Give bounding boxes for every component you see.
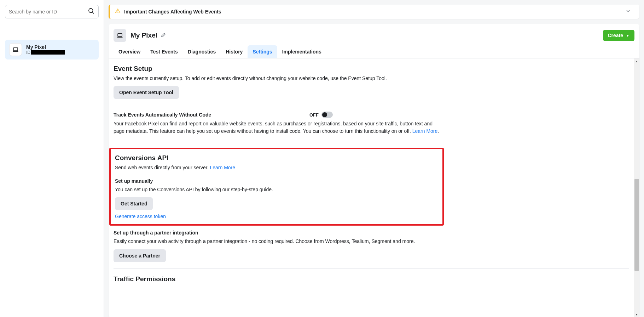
manual-setup-title: Set up manually xyxy=(115,178,438,184)
redacted-id xyxy=(31,50,65,55)
chevron-down-icon xyxy=(625,8,634,15)
event-setup-title: Event Setup xyxy=(114,65,440,73)
create-button[interactable]: Create ▼ xyxy=(603,30,635,41)
toggle-wrap: OFF xyxy=(309,112,333,118)
choose-partner-button[interactable]: Choose a Partner xyxy=(114,249,166,262)
page-title: My Pixel xyxy=(130,32,157,39)
content-card: My Pixel Create ▼ Overview Test Events D… xyxy=(109,24,639,317)
tabs: Overview Test Events Diagnostics History… xyxy=(109,45,639,58)
sidebar-item-title: My Pixel xyxy=(26,44,65,50)
content-body: Event Setup View the events currently se… xyxy=(109,58,634,317)
conversions-title: Conversions API xyxy=(115,154,438,162)
partner-setup-title: Set up through a partner integration xyxy=(114,230,440,236)
traffic-permissions-title: Traffic Permissions xyxy=(114,275,440,283)
manual-setup: Set up manually You can set up the Conve… xyxy=(115,178,438,219)
search-input[interactable] xyxy=(9,9,88,15)
warning-icon xyxy=(115,8,124,15)
get-started-button[interactable]: Get Started xyxy=(115,197,153,210)
laptop-icon xyxy=(114,29,126,42)
track-auto-desc: Your Facebook Pixel can find and report … xyxy=(114,120,440,135)
main: Important Changes Affecting Web Events M… xyxy=(104,0,644,317)
scrollbar-thumb[interactable] xyxy=(634,179,639,271)
track-auto-title: Track Events Automatically Without Code xyxy=(114,112,211,118)
svg-line-1 xyxy=(92,12,94,13)
svg-point-5 xyxy=(118,12,118,12)
conversions-desc: Send web events directly from your serve… xyxy=(115,164,438,171)
manual-setup-desc: You can set up the Conversions API by fo… xyxy=(115,186,438,193)
laptop-icon xyxy=(9,43,22,56)
tab-implementations[interactable]: Implementations xyxy=(277,45,326,58)
section-track-auto: Track Events Automatically Without Code … xyxy=(109,105,445,141)
scroll-up-arrow[interactable]: ▴ xyxy=(634,58,639,64)
scroll-down-arrow[interactable]: ▾ xyxy=(634,312,639,317)
sidebar-item-id: ID xyxy=(26,50,65,55)
conversions-learn-more-link[interactable]: Learn More xyxy=(210,165,235,170)
sidebar: My Pixel ID xyxy=(0,0,104,317)
toggle-knob xyxy=(322,112,327,117)
svg-point-0 xyxy=(89,9,93,13)
tab-test-events[interactable]: Test Events xyxy=(145,45,183,58)
track-learn-more-link[interactable]: Learn More xyxy=(412,128,438,134)
open-event-setup-button[interactable]: Open Event Setup Tool xyxy=(114,86,179,99)
conversions-highlight: Conversions API Send web events directly… xyxy=(109,148,444,226)
edit-button[interactable] xyxy=(160,33,166,38)
partner-setup: Set up through a partner integration Eas… xyxy=(114,230,440,262)
caret-down-icon: ▼ xyxy=(626,34,630,38)
partner-setup-desc: Easily connect your web activity through… xyxy=(114,238,440,245)
tab-overview[interactable]: Overview xyxy=(114,45,145,58)
track-auto-toggle[interactable] xyxy=(321,112,333,118)
search-box[interactable] xyxy=(5,5,99,18)
sidebar-item-pixel[interactable]: My Pixel ID xyxy=(5,40,99,60)
page-header: My Pixel Create ▼ xyxy=(109,24,639,42)
tab-diagnostics[interactable]: Diagnostics xyxy=(183,45,221,58)
section-traffic-permissions: Traffic Permissions xyxy=(109,269,445,291)
section-conversions-api: Conversions API Send web events directly… xyxy=(109,141,445,268)
event-setup-desc: View the events currently setup. To add … xyxy=(114,75,440,82)
toggle-state-label: OFF xyxy=(309,112,319,118)
tab-history[interactable]: History xyxy=(221,45,248,58)
search-icon xyxy=(88,7,95,16)
scrollbar[interactable]: ▴ ▾ xyxy=(634,58,639,317)
alert-title: Important Changes Affecting Web Events xyxy=(124,9,625,15)
alert-bar[interactable]: Important Changes Affecting Web Events xyxy=(109,5,639,19)
scroll-wrapper: Event Setup View the events currently se… xyxy=(109,58,639,317)
tab-settings[interactable]: Settings xyxy=(248,45,277,58)
sidebar-item-text: My Pixel ID xyxy=(26,44,65,55)
section-event-setup: Event Setup View the events currently se… xyxy=(109,58,445,105)
generate-access-token-link[interactable]: Generate access token xyxy=(115,214,438,219)
svg-rect-6 xyxy=(118,34,122,36)
svg-rect-2 xyxy=(13,48,18,51)
